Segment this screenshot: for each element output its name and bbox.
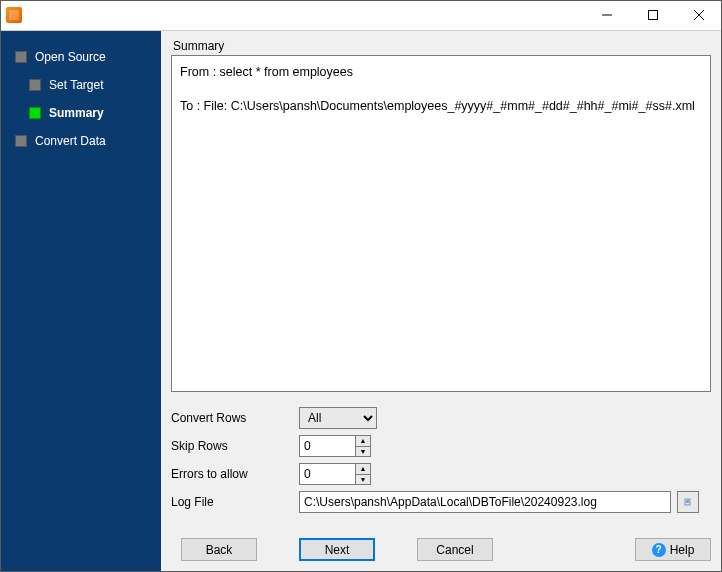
sidebar-item-open-source[interactable]: Open Source [1,43,161,71]
convert-rows-label: Convert Rows [171,411,299,425]
skip-rows-label: Skip Rows [171,439,299,453]
sidebar-item-label: Convert Data [35,134,106,148]
logfile-label: Log File [171,495,299,509]
sidebar-item-convert-data[interactable]: Convert Data [1,127,161,155]
help-icon: ? [652,543,666,557]
titlebar [0,0,722,30]
file-browse-icon [684,495,692,509]
app-icon [6,7,22,23]
errors-down-button[interactable]: ▼ [356,475,370,485]
wizard-sidebar: Open Source Set Target Summary Convert D… [1,31,161,571]
next-button[interactable]: Next [299,538,375,561]
sidebar-item-summary[interactable]: Summary [1,99,161,127]
summary-textarea[interactable]: From : select * from employees To : File… [171,55,711,392]
sidebar-item-label: Set Target [49,78,103,92]
help-button[interactable]: ? Help [635,538,711,561]
errors-input[interactable] [299,463,355,485]
svg-rect-1 [649,10,658,19]
step-box-icon [15,135,27,147]
step-box-icon [15,51,27,63]
cancel-button[interactable]: Cancel [417,538,493,561]
convert-rows-select[interactable]: All [299,407,377,429]
skip-rows-up-button[interactable]: ▲ [356,436,370,447]
maximize-button[interactable] [630,0,676,30]
summary-group-label: Summary [171,39,711,53]
summary-from-line: From : select * from employees [180,62,702,82]
errors-up-button[interactable]: ▲ [356,464,370,475]
logfile-input[interactable] [299,491,671,513]
summary-to-line: To : File: C:\Users\pansh\Documents\empl… [180,96,702,116]
svg-rect-4 [685,499,690,505]
step-box-icon [29,79,41,91]
errors-label: Errors to allow [171,467,299,481]
sidebar-item-label: Open Source [35,50,106,64]
skip-rows-input[interactable] [299,435,355,457]
step-box-icon [29,107,41,119]
logfile-browse-button[interactable] [677,491,699,513]
close-button[interactable] [676,0,722,30]
sidebar-item-label: Summary [49,106,104,120]
main-panel: Summary From : select * from employees T… [161,31,721,571]
minimize-button[interactable] [584,0,630,30]
sidebar-item-set-target[interactable]: Set Target [1,71,161,99]
back-button[interactable]: Back [181,538,257,561]
skip-rows-down-button[interactable]: ▼ [356,447,370,457]
